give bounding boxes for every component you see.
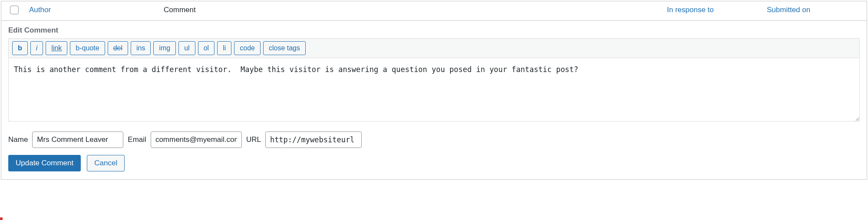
url-label: URL (246, 135, 261, 144)
url-input[interactable] (265, 131, 362, 148)
column-comment: Comment (164, 6, 667, 14)
qt-del-button[interactable]: del (108, 41, 128, 55)
cancel-button[interactable]: Cancel (87, 155, 125, 171)
qt-link-button[interactable]: link (46, 41, 67, 55)
qt-li-button[interactable]: li (217, 41, 231, 55)
name-label: Name (8, 135, 28, 144)
column-submitted-on[interactable]: Submitted on (767, 6, 858, 14)
qt-code-button[interactable]: code (234, 41, 261, 55)
comment-edit-panel: Author Comment In response to Submitted … (1, 1, 867, 180)
email-label: Email (128, 135, 146, 144)
qt-img-button[interactable]: img (153, 41, 176, 55)
name-input[interactable] (32, 131, 123, 148)
qt-close-tags-button[interactable]: close tags (263, 41, 306, 55)
column-in-response-to[interactable]: In response to (667, 6, 767, 14)
qt-ol-button[interactable]: ol (198, 41, 215, 55)
column-author[interactable]: Author (29, 6, 164, 14)
comment-content-textarea[interactable] (8, 58, 860, 121)
author-fields-row: Name Email URL (1, 124, 867, 148)
edit-comment-label: Edit Comment (1, 21, 867, 38)
quicktags-toolbar: bilinkb-quotedelinsimgulollicodeclose ta… (8, 38, 860, 58)
qt-b-button[interactable]: b (12, 41, 28, 55)
update-comment-button[interactable]: Update Comment (8, 155, 81, 171)
column-header-row: Author Comment In response to Submitted … (1, 1, 867, 21)
qt-i-button[interactable]: i (30, 41, 43, 55)
select-all-wrap (10, 6, 29, 14)
qt-b-quote-button[interactable]: b-quote (70, 41, 105, 55)
actions-row: Update Comment Cancel (1, 148, 867, 179)
qt-ul-button[interactable]: ul (178, 41, 195, 55)
select-all-checkbox[interactable] (10, 6, 19, 14)
email-input[interactable] (151, 131, 242, 148)
qt-ins-button[interactable]: ins (131, 41, 151, 55)
